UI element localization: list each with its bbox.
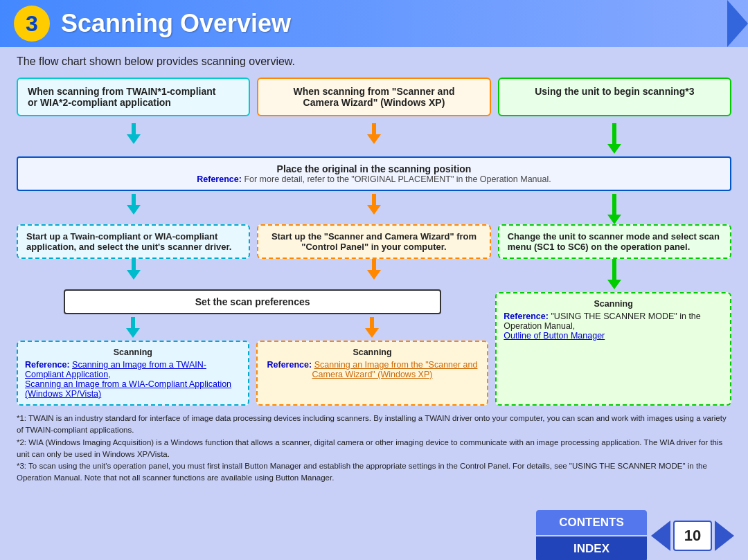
mid-arrows — [17, 194, 731, 224]
box-scanner-wizard: When scanning from "Scanner and Camera W… — [257, 78, 490, 116]
arrow-head-8 — [367, 270, 381, 280]
arrow-shaft-5 — [372, 194, 376, 205]
wizard-action-box: Start up the "Scanner and Camera Wizard"… — [257, 224, 490, 259]
original-ref-label: Reference: — [197, 174, 242, 184]
arrow-shaft-9 — [612, 259, 616, 280]
scan-preferences-box: Set the scan preferences — [64, 289, 441, 314]
next-page-button[interactable] — [715, 521, 734, 551]
unit-scan-result: Scanning Reference: "USING THE SCANNER M… — [495, 292, 731, 406]
twain-ref-label: Reference: — [25, 360, 70, 370]
arrow-shaft-4 — [132, 194, 136, 205]
arrow-head-9 — [607, 280, 621, 289]
arrow-shaft-2 — [372, 123, 376, 134]
unit-action-box: Change the unit to scanner mode and sele… — [498, 224, 731, 259]
footnote-2: *2: WIA (Windows Imaging Acquisition) is… — [17, 437, 731, 461]
top-boxes-row: When scanning from TWAIN*1-compliant or … — [17, 78, 731, 116]
unit-scan-title: Scanning — [504, 299, 723, 309]
arrow-shaft-10 — [131, 317, 135, 328]
wizard-link-1[interactable]: Scanning an Image from the "Scanner and … — [312, 360, 478, 379]
intro-text: The flow chart shown below provides scan… — [17, 55, 731, 68]
unit-ref-label: Reference: — [504, 311, 549, 321]
col-wizard: Start up the "Scanner and Camera Wizard"… — [257, 224, 490, 289]
action-row: Start up a Twain-compliant or WIA-compli… — [17, 224, 731, 289]
box-unit: Using the unit to begin scanning*3 — [498, 78, 731, 116]
wizard-scan-result: Scanning Reference: Scanning an Image fr… — [256, 341, 489, 406]
arrow-head-5 — [367, 205, 381, 215]
arrow-shaft-3 — [612, 123, 616, 144]
arrow-head-3 — [607, 144, 621, 154]
original-placement-title: Place the original in the scanning posit… — [28, 163, 720, 174]
arrow-shaft-8 — [372, 259, 376, 270]
arrow-head-1 — [127, 134, 141, 144]
original-placement-wrapper: Place the original in the scanning posit… — [17, 156, 731, 191]
unit-scan-col: Scanning Reference: "USING THE SCANNER M… — [495, 289, 731, 406]
arrow-shaft-6 — [612, 194, 616, 215]
wizard-ref-label: Reference: — [267, 360, 312, 370]
index-button[interactable]: INDEX — [536, 536, 647, 560]
page-nav: 10 — [651, 521, 734, 551]
bottom-bar: CONTENTS INDEX 10 — [0, 512, 748, 560]
page-container: 3 Scanning Overview The flow chart shown… — [0, 0, 748, 560]
arrow-shaft-1 — [132, 123, 136, 134]
col-unit: Change the unit to scanner mode and sele… — [498, 224, 731, 289]
original-placement-box: Place the original in the scanning posit… — [17, 156, 731, 191]
footnotes: *1: TWAIN is an industry standard for in… — [17, 413, 731, 485]
scan-pref-col: Set the scan preferences — [17, 289, 488, 406]
arrow-shaft-11 — [370, 317, 374, 328]
arrow-head-2 — [367, 134, 381, 144]
twain-action-box: Start up a Twain-compliant or WIA-compli… — [17, 224, 250, 259]
arrow-head-7 — [127, 270, 141, 280]
flowchart: When scanning from TWAIN*1-compliant or … — [17, 78, 731, 406]
twain-link-2[interactable]: Scanning an Image from a WIA-Compliant A… — [25, 379, 231, 399]
original-placement-ref: Reference: For more detail, refer to the… — [28, 174, 720, 184]
col-twain: Start up a Twain-compliant or WIA-compli… — [17, 224, 250, 289]
arrow-head-11 — [365, 328, 379, 338]
contents-button[interactable]: CONTENTS — [536, 510, 647, 535]
arrow-head-4 — [127, 205, 141, 215]
twain-scan-title: Scanning — [25, 347, 241, 357]
page-title: Scanning Overview — [61, 9, 291, 38]
arrow-head-6 — [607, 215, 621, 224]
header: 3 Scanning Overview — [0, 0, 748, 47]
original-ref-text: For more detail, refer to the "ORIGINAL … — [244, 174, 551, 184]
wizard-scan-title: Scanning — [265, 347, 481, 357]
nav-labels: CONTENTS INDEX — [536, 510, 647, 560]
header-arrow-decoration — [727, 0, 748, 47]
main-content: The flow chart shown below provides scan… — [0, 47, 748, 490]
box-twain: When scanning from TWAIN*1-compliant or … — [17, 78, 250, 116]
top-arrows — [17, 123, 731, 154]
chapter-number: 3 — [14, 6, 50, 42]
unit-link-1[interactable]: Outline of Button Manager — [504, 331, 605, 341]
arrow-shaft-7 — [132, 259, 136, 270]
bottom-row: Set the scan preferences — [17, 289, 731, 406]
twain-scan-result: Scanning Reference: Scanning an Image fr… — [17, 341, 249, 406]
arrow-head-10 — [126, 328, 140, 338]
page-number: 10 — [673, 521, 712, 551]
footnote-1: *1: TWAIN is an industry standard for in… — [17, 413, 731, 437]
footnote-3: *3: To scan using the unit's operation p… — [17, 460, 731, 485]
prev-page-button[interactable] — [651, 521, 670, 551]
